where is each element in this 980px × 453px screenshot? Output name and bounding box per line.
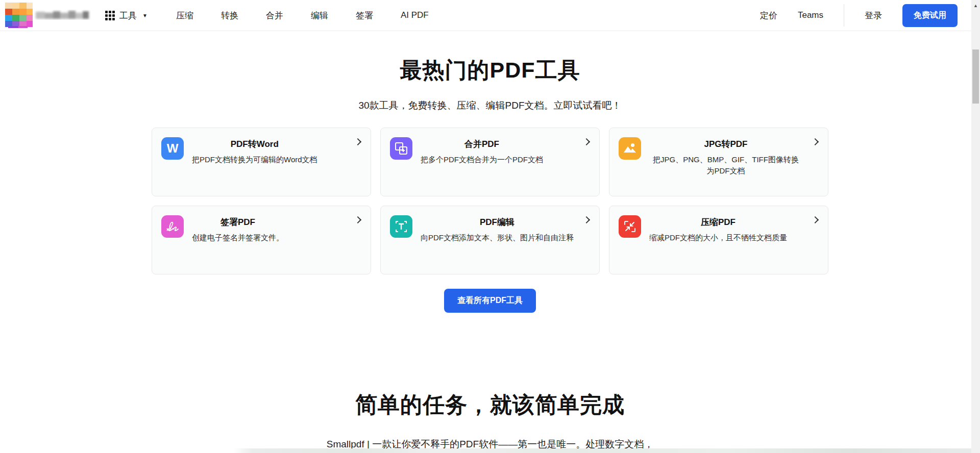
section-title: 简单的任务，就该简单完成 (0, 390, 980, 420)
card-sign-pdf[interactable]: 签署PDF 创建电子签名并签署文件。 (152, 206, 371, 274)
login-link[interactable]: 登录 (865, 10, 882, 21)
compress-icon (619, 215, 641, 238)
tool-card-grid: W PDF转Word 把PDF文档转换为可编辑的Word文档 合并PDF 把多个… (152, 128, 828, 274)
chevron-right-icon (812, 138, 819, 145)
page-subtitle: 30款工具，免费转换、压缩、编辑PDF文档。立即试试看吧！ (0, 99, 980, 112)
text-edit-icon (390, 215, 412, 238)
nav-link-pricing[interactable]: 定价 (760, 10, 777, 21)
nav-link-convert[interactable]: 转换 (221, 10, 238, 21)
grid-apps-icon (105, 11, 115, 20)
merge-icon (390, 137, 412, 160)
logo-blurred-image (4, 3, 92, 28)
nav-link-compress[interactable]: 压缩 (176, 10, 193, 21)
scroll-up-arrow[interactable]: ▲ (971, 2, 980, 9)
primary-nav: 压缩 转换 合并 编辑 签署 AI PDF (176, 10, 429, 21)
chevron-down-icon: ▼ (142, 13, 148, 18)
card-title: PDF编辑 (421, 216, 574, 228)
card-edit-pdf[interactable]: PDF编辑 向PDF文档添加文本、形状、图片和自由注释 (380, 206, 600, 274)
free-trial-button[interactable]: 免费试用 (902, 4, 958, 27)
tools-menu-label: 工具 (119, 10, 137, 21)
scrollbar-track[interactable]: ▲ (971, 0, 980, 453)
nav-link-edit[interactable]: 编辑 (311, 10, 328, 21)
card-compress-pdf[interactable]: 压缩PDF 缩减PDF文档的大小，且不牺牲文档质量 (609, 206, 828, 274)
chevron-right-icon (354, 216, 361, 223)
card-title: 签署PDF (192, 216, 284, 228)
card-title: 压缩PDF (649, 216, 787, 228)
card-merge-pdf[interactable]: 合并PDF 把多个PDF文档合并为一个PDF文档 (380, 128, 600, 196)
cta-wrap: 查看所有PDF工具 (0, 289, 980, 313)
nav-link-teams[interactable]: Teams (798, 10, 823, 20)
page-title: 最热门的PDF工具 (0, 56, 980, 85)
next-section-edge (0, 448, 971, 453)
card-title: PDF转Word (192, 138, 317, 150)
card-title: JPG转PDF (649, 138, 802, 150)
view-all-tools-button[interactable]: 查看所有PDF工具 (444, 289, 536, 313)
nav-link-merge[interactable]: 合并 (266, 10, 283, 21)
card-description: 缩减PDF文档的大小，且不牺牲文档质量 (649, 232, 787, 243)
nav-divider (844, 4, 844, 27)
logo[interactable] (4, 3, 92, 28)
signature-icon (161, 215, 184, 238)
card-pdf-to-word[interactable]: W PDF转Word 把PDF文档转换为可编辑的Word文档 (152, 128, 371, 196)
navbar: 工具 ▼ 压缩 转换 合并 编辑 签署 AI PDF 定价 Teams 登录 免… (0, 0, 980, 31)
card-description: 创建电子签名并签署文件。 (192, 232, 284, 243)
hero-section: 最热门的PDF工具 30款工具，免费转换、压缩、编辑PDF文档。立即试试看吧！ … (0, 56, 980, 313)
chevron-right-icon (583, 216, 590, 223)
card-description: 向PDF文档添加文本、形状、图片和自由注释 (421, 232, 574, 243)
card-description: 把多个PDF文档合并为一个PDF文档 (421, 154, 543, 165)
paragraph-line-1: Smallpdf | 一款让你爱不释手的PDF软件——第一也是唯一。处理数字文档… (327, 439, 653, 449)
scrollbar-thumb[interactable] (972, 49, 979, 104)
nav-link-sign[interactable]: 签署 (356, 10, 373, 21)
word-icon: W (161, 137, 184, 160)
chevron-right-icon (583, 138, 590, 145)
card-description: 把JPG、PNG、BMP、GIF、TIFF图像转换为PDF文档 (649, 154, 802, 177)
card-description: 把PDF文档转换为可编辑的Word文档 (192, 154, 317, 165)
chevron-right-icon (354, 138, 361, 145)
nav-link-ai-pdf[interactable]: AI PDF (401, 10, 429, 20)
card-jpg-to-pdf[interactable]: JPG转PDF 把JPG、PNG、BMP、GIF、TIFF图像转换为PDF文档 (609, 128, 828, 196)
card-title: 合并PDF (421, 138, 543, 150)
nav-right-group: 定价 Teams 登录 免费试用 (760, 4, 965, 27)
image-icon (619, 137, 641, 160)
value-proposition-section: 简单的任务，就该简单完成 Smallpdf | 一款让你爱不释手的PDF软件——… (0, 390, 980, 453)
chevron-right-icon (812, 216, 819, 223)
nav-left-group: 工具 ▼ 压缩 转换 合并 编辑 签署 AI PDF (105, 10, 429, 21)
tools-menu-button[interactable]: 工具 ▼ (105, 10, 148, 21)
